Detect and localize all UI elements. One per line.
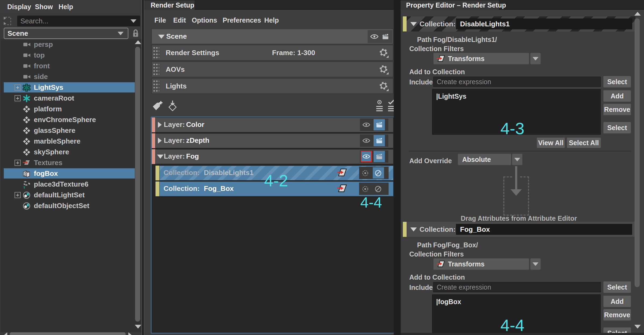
expand-plus-icon[interactable] (15, 160, 21, 166)
expand-plus-icon[interactable] (15, 192, 21, 198)
scope-selector[interactable]: Scene (4, 28, 128, 39)
member-item[interactable]: |LightSys (436, 91, 466, 102)
collapse-arrow-icon[interactable] (158, 35, 165, 39)
tree-item-platform[interactable]: platform (4, 104, 135, 114)
search-input[interactable] (17, 16, 140, 26)
override-dropdown-arrow-button[interactable] (512, 154, 522, 165)
tree-item-cameraroot[interactable]: cameraRoot (4, 93, 135, 103)
layer-visibility-button[interactable] (361, 135, 372, 146)
tree-item-fogbox[interactable]: fogBox (4, 168, 135, 179)
layer-row-zdepth[interactable]: Layer: zDepth (152, 133, 393, 148)
tab-property-editor[interactable]: Property Editor – Render Setup (401, 1, 499, 10)
renderable-clapperboard-icon[interactable] (381, 33, 390, 40)
add-button[interactable]: Add (603, 90, 631, 102)
collection-disable-button[interactable] (373, 183, 384, 194)
search-dropdown-arrow-icon[interactable] (131, 19, 136, 23)
lock-icon[interactable] (132, 28, 140, 38)
expand-arrow-icon[interactable] (158, 138, 162, 144)
drag-handle[interactable] (153, 80, 159, 92)
toggle-all-renderable-icon[interactable] (386, 99, 394, 112)
collection-name-field[interactable] (456, 19, 632, 29)
expand-plus-icon[interactable] (15, 84, 21, 91)
override-type-dropdown[interactable]: Absolute (458, 154, 511, 165)
filter-dropdown-arrow-button[interactable] (530, 258, 541, 270)
tree-item-defaultlightset[interactable]: defaultLightSet (4, 190, 135, 200)
tree-scroll-up-arrow[interactable] (135, 40, 141, 44)
menu-edit[interactable]: Edit (173, 16, 186, 25)
panel-scrollbar-thumb[interactable] (635, 18, 640, 287)
layer-renderable-button[interactable] (374, 119, 385, 130)
tree-item-marblesphere[interactable]: marbleSphere (4, 136, 135, 146)
layer-row-fog[interactable]: Layer: Fog (152, 149, 393, 164)
hscroll-left-arrow[interactable] (4, 332, 7, 335)
tree-item-textures[interactable]: Textures (4, 158, 135, 168)
drag-handle[interactable] (153, 47, 159, 59)
expand-arrow-icon[interactable] (158, 122, 162, 128)
add-button[interactable]: Add (603, 295, 631, 307)
tree-item-envchromesphere[interactable]: envChromeSphere (4, 115, 135, 125)
panel-scroll-down-arrow[interactable] (634, 325, 641, 329)
visibility-eye-icon[interactable] (370, 33, 379, 40)
toggle-all-visibility-icon[interactable] (375, 99, 387, 112)
filter-dropdown-arrow-button[interactable] (530, 53, 541, 64)
remove-button[interactable]: Remove (603, 104, 631, 115)
render-settings-row[interactable]: Render Settings Frame: 1-300 (151, 45, 393, 60)
menu-preferences[interactable]: Preferences (223, 16, 261, 25)
hscrollbar-thumb[interactable] (10, 332, 126, 335)
tree-item-defaultobjectset[interactable]: defaultObjectSet (4, 201, 135, 211)
tree-item-front[interactable]: front (4, 61, 135, 71)
layer-visibility-button[interactable] (361, 119, 372, 130)
gear-icon[interactable] (378, 81, 389, 92)
tree-item-side[interactable]: side (4, 72, 135, 82)
collapse-arrow-icon[interactable] (410, 22, 417, 26)
tree-scroll-down-arrow[interactable] (135, 325, 141, 329)
gear-icon[interactable] (378, 48, 389, 58)
tree-horizontal-scrollbar[interactable] (2, 332, 140, 335)
collection-name-field[interactable] (456, 224, 632, 235)
drag-handle[interactable] (153, 64, 159, 76)
layer-row-color[interactable]: Layer: Color (152, 117, 393, 132)
panel-scroll-up-arrow[interactable] (634, 12, 641, 16)
tree-item-glasssphere[interactable]: glassSphere (4, 125, 135, 136)
scope-dropdown-arrow-icon[interactable] (118, 32, 124, 35)
remove-button[interactable]: Remove (603, 309, 631, 321)
select-button[interactable]: Select (603, 76, 631, 88)
menu-display[interactable]: Display (7, 0, 31, 13)
filter-type-dropdown[interactable]: Transforms (433, 258, 529, 270)
layer-renderable-button[interactable] (374, 151, 385, 162)
tree-item-place3dtexture6[interactable]: T place3dTexture6 (4, 179, 135, 189)
aovs-row[interactable]: AOVs (151, 62, 393, 77)
tree-item-lightsys[interactable]: LightSys (4, 82, 135, 92)
menu-show[interactable]: Show (35, 0, 53, 13)
expand-plus-icon[interactable] (15, 95, 21, 101)
collection-disable-button-active[interactable] (373, 167, 384, 179)
hscroll-right-arrow[interactable] (128, 332, 132, 335)
tab-render-setup[interactable]: Render Setup (144, 1, 195, 10)
menu-help[interactable]: Help (59, 0, 73, 13)
collection-isolate-button[interactable] (360, 167, 371, 179)
select-button[interactable]: Select (603, 281, 631, 293)
create-render-layer-icon[interactable] (152, 99, 164, 112)
tree-item-skysphere[interactable]: skySphere (4, 147, 135, 157)
gear-icon[interactable] (378, 64, 389, 75)
create-collection-icon[interactable] (167, 99, 179, 112)
filter-type-dropdown[interactable]: Transforms (433, 53, 529, 64)
menu-help[interactable]: Help (264, 16, 279, 25)
collection-isolate-button[interactable] (360, 183, 371, 194)
select-members-button[interactable]: Select (603, 122, 631, 134)
lights-row[interactable]: Lights (151, 78, 393, 94)
select-all-button[interactable]: Select All (567, 137, 601, 148)
view-all-button[interactable]: View All (537, 137, 565, 148)
collapse-arrow-icon[interactable] (157, 155, 164, 159)
collapse-arrow-icon[interactable] (410, 227, 417, 231)
collection-header[interactable]: Collection: (403, 16, 635, 31)
menu-file[interactable]: File (154, 16, 166, 25)
expression-input[interactable] (433, 77, 601, 87)
layer-visibility-button-active[interactable] (361, 151, 372, 162)
tree-scrollbar-thumb[interactable] (135, 47, 140, 322)
expression-input[interactable] (433, 282, 601, 292)
scene-header-row[interactable]: Scene (151, 29, 393, 44)
layer-renderable-button[interactable] (374, 135, 385, 146)
collection-header[interactable]: Collection: (403, 222, 635, 237)
menu-options[interactable]: Options (192, 16, 217, 25)
